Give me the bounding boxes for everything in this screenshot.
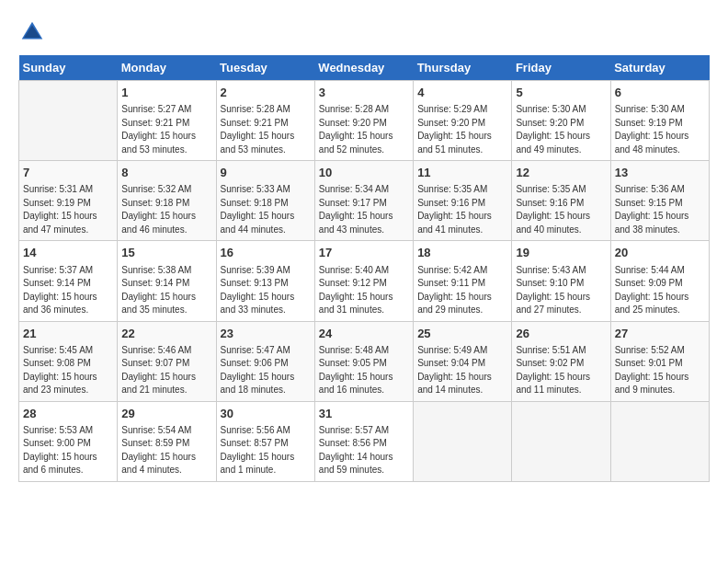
day-number: 23 xyxy=(221,326,311,342)
day-number: 11 xyxy=(417,165,507,181)
calendar-cell: 29Sunrise: 5:54 AM Sunset: 8:59 PM Dayli… xyxy=(118,401,216,481)
day-info: Sunrise: 5:51 AM Sunset: 9:02 PM Dayligh… xyxy=(516,344,606,397)
calendar-cell: 10Sunrise: 5:34 AM Sunset: 9:17 PM Dayli… xyxy=(314,161,413,241)
day-number: 5 xyxy=(516,85,606,101)
calendar-week-row: 1Sunrise: 5:27 AM Sunset: 9:21 PM Daylig… xyxy=(19,81,710,161)
day-number: 6 xyxy=(615,85,705,101)
calendar-cell: 31Sunrise: 5:57 AM Sunset: 8:56 PM Dayli… xyxy=(314,401,413,481)
day-info: Sunrise: 5:28 AM Sunset: 9:21 PM Dayligh… xyxy=(221,103,311,156)
day-number: 10 xyxy=(319,165,409,181)
calendar-cell: 13Sunrise: 5:36 AM Sunset: 9:15 PM Dayli… xyxy=(610,161,709,241)
day-number: 21 xyxy=(23,326,113,342)
day-info: Sunrise: 5:36 AM Sunset: 9:15 PM Dayligh… xyxy=(615,183,705,236)
day-info: Sunrise: 5:38 AM Sunset: 9:14 PM Dayligh… xyxy=(121,264,211,317)
calendar-cell: 11Sunrise: 5:35 AM Sunset: 9:16 PM Dayli… xyxy=(414,161,512,241)
weekday-header-row: SundayMondayTuesdayWednesdayThursdayFrid… xyxy=(19,55,710,81)
calendar-cell: 8Sunrise: 5:32 AM Sunset: 9:18 PM Daylig… xyxy=(118,161,216,241)
day-number: 28 xyxy=(23,406,113,422)
day-number: 18 xyxy=(417,245,507,261)
day-number: 20 xyxy=(615,245,705,261)
calendar-cell: 6Sunrise: 5:30 AM Sunset: 9:19 PM Daylig… xyxy=(610,81,709,161)
calendar-cell: 4Sunrise: 5:29 AM Sunset: 9:20 PM Daylig… xyxy=(414,81,512,161)
day-number: 29 xyxy=(121,406,211,422)
calendar-week-row: 21Sunrise: 5:45 AM Sunset: 9:08 PM Dayli… xyxy=(19,321,710,401)
day-info: Sunrise: 5:37 AM Sunset: 9:14 PM Dayligh… xyxy=(23,264,113,317)
weekday-header-tuesday: Tuesday xyxy=(216,55,314,81)
day-number: 19 xyxy=(516,245,606,261)
day-info: Sunrise: 5:42 AM Sunset: 9:11 PM Dayligh… xyxy=(417,264,507,317)
calendar-cell: 19Sunrise: 5:43 AM Sunset: 9:10 PM Dayli… xyxy=(512,241,610,321)
calendar-cell: 30Sunrise: 5:56 AM Sunset: 8:57 PM Dayli… xyxy=(216,401,314,481)
day-info: Sunrise: 5:54 AM Sunset: 8:59 PM Dayligh… xyxy=(121,424,211,477)
calendar-cell: 1Sunrise: 5:27 AM Sunset: 9:21 PM Daylig… xyxy=(118,81,216,161)
day-number: 31 xyxy=(319,406,409,422)
day-info: Sunrise: 5:35 AM Sunset: 9:16 PM Dayligh… xyxy=(516,183,606,236)
day-number: 25 xyxy=(417,326,507,342)
day-info: Sunrise: 5:48 AM Sunset: 9:05 PM Dayligh… xyxy=(319,344,409,397)
calendar-cell xyxy=(414,401,512,481)
day-number: 8 xyxy=(121,165,211,181)
day-info: Sunrise: 5:56 AM Sunset: 8:57 PM Dayligh… xyxy=(221,424,311,477)
day-number: 17 xyxy=(319,245,409,261)
calendar-cell: 28Sunrise: 5:53 AM Sunset: 9:00 PM Dayli… xyxy=(19,401,118,481)
weekday-header-friday: Friday xyxy=(512,55,610,81)
day-number: 26 xyxy=(516,326,606,342)
day-info: Sunrise: 5:47 AM Sunset: 9:06 PM Dayligh… xyxy=(221,344,311,397)
day-info: Sunrise: 5:30 AM Sunset: 9:19 PM Dayligh… xyxy=(615,103,705,156)
day-number: 2 xyxy=(221,85,311,101)
calendar-cell: 24Sunrise: 5:48 AM Sunset: 9:05 PM Dayli… xyxy=(314,321,413,401)
day-info: Sunrise: 5:46 AM Sunset: 9:07 PM Dayligh… xyxy=(121,344,211,397)
calendar-week-row: 14Sunrise: 5:37 AM Sunset: 9:14 PM Dayli… xyxy=(19,241,710,321)
logo-icon xyxy=(18,18,46,46)
day-info: Sunrise: 5:28 AM Sunset: 9:20 PM Dayligh… xyxy=(319,103,409,156)
day-info: Sunrise: 5:39 AM Sunset: 9:13 PM Dayligh… xyxy=(221,264,311,317)
calendar-cell xyxy=(610,401,709,481)
calendar-cell: 23Sunrise: 5:47 AM Sunset: 9:06 PM Dayli… xyxy=(216,321,314,401)
day-info: Sunrise: 5:57 AM Sunset: 8:56 PM Dayligh… xyxy=(319,424,409,477)
weekday-header-monday: Monday xyxy=(118,55,216,81)
calendar-cell: 14Sunrise: 5:37 AM Sunset: 9:14 PM Dayli… xyxy=(19,241,118,321)
day-info: Sunrise: 5:52 AM Sunset: 9:01 PM Dayligh… xyxy=(615,344,705,397)
day-info: Sunrise: 5:31 AM Sunset: 9:19 PM Dayligh… xyxy=(23,183,113,236)
weekday-header-thursday: Thursday xyxy=(414,55,512,81)
calendar-cell: 26Sunrise: 5:51 AM Sunset: 9:02 PM Dayli… xyxy=(512,321,610,401)
calendar-cell: 25Sunrise: 5:49 AM Sunset: 9:04 PM Dayli… xyxy=(414,321,512,401)
weekday-header-wednesday: Wednesday xyxy=(314,55,413,81)
day-number: 14 xyxy=(23,245,113,261)
day-number: 12 xyxy=(516,165,606,181)
day-number: 3 xyxy=(319,85,409,101)
day-number: 16 xyxy=(221,245,311,261)
calendar-week-row: 7Sunrise: 5:31 AM Sunset: 9:19 PM Daylig… xyxy=(19,161,710,241)
calendar-cell xyxy=(512,401,610,481)
day-info: Sunrise: 5:34 AM Sunset: 9:17 PM Dayligh… xyxy=(319,183,409,236)
day-info: Sunrise: 5:27 AM Sunset: 9:21 PM Dayligh… xyxy=(121,103,211,156)
day-number: 4 xyxy=(417,85,507,101)
day-number: 7 xyxy=(23,165,113,181)
logo xyxy=(18,18,50,46)
day-number: 24 xyxy=(319,326,409,342)
day-info: Sunrise: 5:32 AM Sunset: 9:18 PM Dayligh… xyxy=(121,183,211,236)
day-info: Sunrise: 5:35 AM Sunset: 9:16 PM Dayligh… xyxy=(417,183,507,236)
day-info: Sunrise: 5:53 AM Sunset: 9:00 PM Dayligh… xyxy=(23,424,113,477)
day-info: Sunrise: 5:40 AM Sunset: 9:12 PM Dayligh… xyxy=(319,264,409,317)
calendar-cell: 5Sunrise: 5:30 AM Sunset: 9:20 PM Daylig… xyxy=(512,81,610,161)
day-info: Sunrise: 5:44 AM Sunset: 9:09 PM Dayligh… xyxy=(615,264,705,317)
page-header xyxy=(18,18,710,46)
day-number: 30 xyxy=(221,406,311,422)
calendar-cell: 12Sunrise: 5:35 AM Sunset: 9:16 PM Dayli… xyxy=(512,161,610,241)
day-info: Sunrise: 5:45 AM Sunset: 9:08 PM Dayligh… xyxy=(23,344,113,397)
day-number: 13 xyxy=(615,165,705,181)
calendar-week-row: 28Sunrise: 5:53 AM Sunset: 9:00 PM Dayli… xyxy=(19,401,710,481)
day-number: 27 xyxy=(615,326,705,342)
calendar-table: SundayMondayTuesdayWednesdayThursdayFrid… xyxy=(18,55,710,482)
day-number: 9 xyxy=(221,165,311,181)
calendar-cell: 27Sunrise: 5:52 AM Sunset: 9:01 PM Dayli… xyxy=(610,321,709,401)
calendar-cell: 7Sunrise: 5:31 AM Sunset: 9:19 PM Daylig… xyxy=(19,161,118,241)
day-number: 22 xyxy=(121,326,211,342)
calendar-cell: 22Sunrise: 5:46 AM Sunset: 9:07 PM Dayli… xyxy=(118,321,216,401)
weekday-header-saturday: Saturday xyxy=(610,55,709,81)
day-info: Sunrise: 5:30 AM Sunset: 9:20 PM Dayligh… xyxy=(516,103,606,156)
day-number: 15 xyxy=(121,245,211,261)
weekday-header-sunday: Sunday xyxy=(19,55,118,81)
calendar-cell: 3Sunrise: 5:28 AM Sunset: 9:20 PM Daylig… xyxy=(314,81,413,161)
